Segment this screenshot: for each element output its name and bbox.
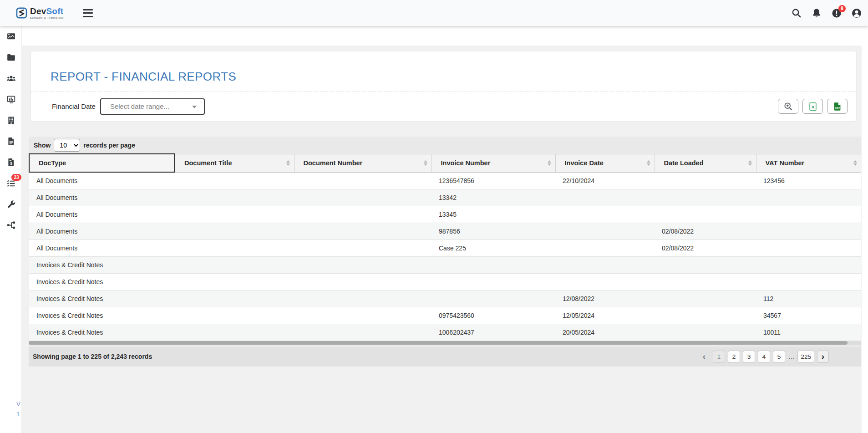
sidebar-item-companies[interactable]: [0, 110, 22, 131]
previous-page-button[interactable]: ‹: [698, 351, 710, 363]
folder-icon: [6, 53, 16, 62]
svg-text:X: X: [811, 104, 814, 109]
sidebar-item-invoices[interactable]: $: [0, 152, 22, 173]
sidebar-item-analytics[interactable]: [0, 89, 22, 110]
table-cell: [175, 206, 294, 223]
dashboard-icon: [6, 32, 16, 41]
financial-date-label: Financial Date: [52, 102, 96, 110]
horizontal-scrollbar-thumb[interactable]: [29, 341, 848, 345]
column-header-document-number[interactable]: Document Number: [294, 154, 431, 172]
date-range-placeholder: Select date range...: [110, 102, 169, 110]
table-cell: [655, 256, 756, 273]
sort-icon: [548, 160, 551, 166]
page-button-225[interactable]: 225: [797, 351, 814, 363]
table-row[interactable]: All Documents13345: [29, 206, 861, 223]
records-summary: Showing page 1 to 225 of 2,243 records: [33, 353, 152, 360]
alerts-icon[interactable]: 8: [831, 8, 842, 19]
table-cell: [555, 239, 655, 256]
table-cell: 12/05/2024: [555, 307, 655, 324]
page-button-3[interactable]: 3: [743, 351, 755, 363]
table-cell: [655, 172, 756, 189]
table-cell: 1006202437: [431, 324, 555, 341]
search-zoom-button[interactable]: [778, 99, 798, 114]
table-row[interactable]: Invoices & Credit Notes100620243720/05/2…: [29, 324, 861, 341]
sidebar-nav: $ 23 V 1: [0, 26, 22, 433]
table-header-row: DocTypeDocument TitleDocument NumberInvo…: [29, 154, 861, 172]
export-excel-button[interactable]: X: [802, 99, 823, 114]
column-header-vat-number[interactable]: VAT Number: [756, 154, 861, 172]
table-cell: [175, 223, 294, 239]
app-logo[interactable]: DevSoft Software & Technology: [15, 7, 64, 19]
table-cell: [555, 189, 655, 206]
table-cell: Invoices & Credit Notes: [29, 290, 175, 307]
table-cell: 13345: [431, 206, 555, 223]
logo-text-dev: Dev: [30, 6, 46, 16]
sidebar-item-settings[interactable]: [0, 194, 22, 214]
page-button-2[interactable]: 2: [728, 351, 740, 363]
sidebar-item-files[interactable]: [0, 131, 22, 152]
table-cell: 987856: [431, 223, 555, 239]
svg-text:CSV: CSV: [835, 106, 840, 109]
table-row[interactable]: Invoices & Credit Notes: [29, 273, 861, 290]
file-invoice-dollar-icon: $: [6, 158, 16, 167]
logo-text: DevSoft Software & Technology: [30, 7, 64, 19]
column-header-date-loaded[interactable]: Date Loaded: [655, 154, 756, 172]
chart-icon: [6, 95, 16, 104]
table-cell: All Documents: [29, 206, 175, 223]
user-avatar[interactable]: [851, 8, 862, 19]
table-cell: [294, 324, 431, 341]
table-cell: [756, 206, 861, 223]
column-header-document-title[interactable]: Document Title: [175, 154, 294, 172]
table-cell: All Documents: [29, 223, 175, 239]
table-cell: [655, 324, 756, 341]
csv-file-icon: CSV: [832, 102, 843, 112]
sidebar-item-users[interactable]: [0, 68, 22, 89]
records-per-page-label: records per page: [83, 142, 135, 149]
table-row[interactable]: Invoices & Credit Notes12/08/2022112: [29, 290, 861, 307]
table-row[interactable]: Invoices & Credit Notes: [29, 256, 861, 273]
table-cell: [655, 189, 756, 206]
column-header-doctype[interactable]: DocType: [29, 154, 175, 172]
table-row[interactable]: All Documents13342: [29, 189, 861, 206]
table-cell: 1236547856: [431, 172, 555, 189]
top-navbar: DevSoft Software & Technology 8: [0, 0, 868, 26]
date-range-select[interactable]: Select date range...: [100, 98, 205, 115]
logo-text-soft: Soft: [46, 6, 63, 16]
table-cell: [756, 223, 861, 239]
column-header-invoice-date[interactable]: Invoice Date: [555, 154, 655, 172]
table-cell: [175, 172, 294, 189]
search-icon[interactable]: [791, 8, 802, 19]
table-cell: 12/08/2022: [555, 290, 655, 307]
records-table-panel: Show 10 records per page DocTypeDocument…: [29, 137, 861, 367]
excel-file-icon: X: [808, 102, 818, 112]
table-cell: [756, 256, 861, 273]
content-wrapper: REPORT - FINANCIAL REPORTS Financial Dat…: [22, 46, 862, 433]
sidebar-item-workflow[interactable]: [0, 214, 22, 235]
next-page-button[interactable]: ›: [817, 351, 829, 363]
table-row[interactable]: All Documents123654785622/10/2024123456: [29, 172, 861, 189]
table-toolbar: Show 10 records per page: [29, 137, 861, 153]
page-button-5[interactable]: 5: [773, 351, 785, 363]
sidebar-item-documents[interactable]: [0, 47, 22, 68]
table-row[interactable]: All DocumentsCase 22502/08/2022: [29, 239, 861, 256]
table-row[interactable]: Invoices & Credit Notes097542356012/05/2…: [29, 307, 861, 324]
table-cell: [756, 273, 861, 290]
notifications-bell-icon[interactable]: [811, 8, 822, 19]
page-button-1[interactable]: 1: [713, 351, 725, 363]
table-cell: 0975423560: [431, 307, 555, 324]
table-cell: 20/05/2024: [555, 324, 655, 341]
table-cell: 02/08/2022: [655, 239, 756, 256]
wrench-icon: [6, 199, 16, 209]
table-row[interactable]: All Documents98785602/08/2022: [29, 223, 861, 239]
table-cell: [756, 189, 861, 206]
menu-toggle-icon[interactable]: [83, 9, 93, 17]
table-cell: [555, 256, 655, 273]
sidebar-item-tasks[interactable]: 23: [0, 173, 22, 194]
sidebar-item-dashboard[interactable]: [0, 26, 22, 47]
page-size-select[interactable]: 10: [54, 139, 80, 152]
page-button-4[interactable]: 4: [758, 351, 770, 363]
table-cell: 112: [756, 290, 861, 307]
export-csv-button[interactable]: CSV: [827, 99, 848, 114]
column-header-invoice-number[interactable]: Invoice Number: [431, 154, 555, 172]
table-cell: 02/08/2022: [655, 223, 756, 239]
